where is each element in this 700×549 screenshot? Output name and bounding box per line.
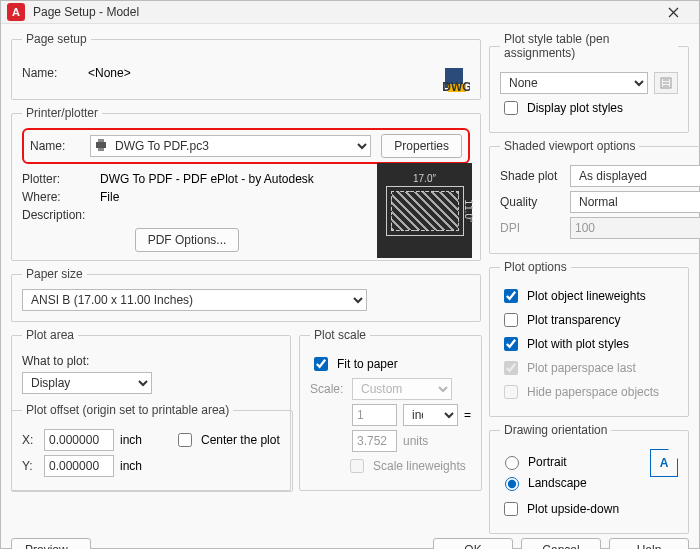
plotter-label: Plotter: xyxy=(22,172,94,186)
page-setup-group: Page setup Name: <None> DWG xyxy=(11,32,481,100)
page-setup-legend: Page setup xyxy=(22,32,91,46)
printer-legend: Printer/plotter xyxy=(22,106,102,120)
dpi-label: DPI xyxy=(500,221,564,235)
scale-label: Scale: xyxy=(310,382,346,396)
shade-plot-select[interactable]: As displayed xyxy=(570,165,700,187)
offset-y-unit: inch xyxy=(120,459,142,473)
printer-name-label: Name: xyxy=(30,139,80,153)
landscape-radio[interactable] xyxy=(505,477,519,491)
paper-size-legend: Paper size xyxy=(22,267,87,281)
printer-name-highlight: Name: DWG To PDF.pc3 Properties xyxy=(22,128,470,164)
plot-styles-label: Plot with plot styles xyxy=(527,337,629,351)
paper-size-group: Paper size ANSI B (17.00 x 11.00 Inches) xyxy=(11,267,481,322)
offset-x-unit: inch xyxy=(120,433,142,447)
close-icon[interactable] xyxy=(653,1,693,23)
plot-paperspace-label: Plot paperspace last xyxy=(527,361,636,375)
preview-button[interactable]: Preview... xyxy=(11,538,91,549)
offset-x-input[interactable] xyxy=(44,429,114,451)
titlebar: A Page Setup - Model xyxy=(1,1,699,24)
dialog-footer: Preview... OK Cancel Help xyxy=(1,538,699,549)
hide-paperspace-checkbox xyxy=(504,385,518,399)
scale-unit-type[interactable]: inches xyxy=(403,404,458,426)
plotter-value: DWG To PDF - PDF ePlot - by Autodesk xyxy=(100,172,314,186)
upside-down-checkbox[interactable] xyxy=(504,502,518,516)
app-icon: A xyxy=(7,3,25,21)
svg-text:DWG: DWG xyxy=(442,80,470,94)
dialog-content: Page setup Name: <None> DWG Printer/plot… xyxy=(1,24,699,538)
printer-group: Printer/plotter Name: DWG To PDF.pc3 Pro… xyxy=(11,106,481,261)
hide-paperspace-label: Hide paperspace objects xyxy=(527,385,659,399)
where-value: File xyxy=(100,190,119,204)
printer-name-select[interactable]: DWG To PDF.pc3 xyxy=(90,135,371,157)
quality-select[interactable]: Normal xyxy=(570,191,700,213)
plot-area-legend: Plot area xyxy=(22,328,78,342)
properties-button[interactable]: Properties xyxy=(381,134,462,158)
scale-lineweights-label: Scale lineweights xyxy=(373,459,466,473)
quality-label: Quality xyxy=(500,195,564,209)
portrait-radio[interactable] xyxy=(505,456,519,470)
paper-size-select[interactable]: ANSI B (17.00 x 11.00 Inches) xyxy=(22,289,367,311)
page-setup-name-label: Name: xyxy=(22,66,82,80)
upside-down-label: Plot upside-down xyxy=(527,502,619,516)
dpi-input xyxy=(570,217,700,239)
plot-style-table-legend: Plot style table (pen assignments) xyxy=(500,32,678,60)
what-to-plot-select[interactable]: Display xyxy=(22,372,152,394)
pdf-options-button[interactable]: PDF Options... xyxy=(135,228,240,252)
scale-unit-value xyxy=(352,404,397,426)
page-setup-name-value: <None> xyxy=(88,66,131,80)
svg-rect-4 xyxy=(98,139,104,142)
plot-lineweights-checkbox[interactable] xyxy=(504,289,518,303)
scale-draw-value xyxy=(352,430,397,452)
offset-y-label: Y: xyxy=(22,459,38,473)
plot-scale-legend: Plot scale xyxy=(310,328,370,342)
dwg-icon: DWG xyxy=(442,66,470,94)
plot-transparency-label: Plot transparency xyxy=(527,313,620,327)
scale-select: Custom xyxy=(352,378,452,400)
plot-transparency-checkbox[interactable] xyxy=(504,313,518,327)
where-label: Where: xyxy=(22,190,94,204)
dialog-window: A Page Setup - Model Page setup Name: <N… xyxy=(0,0,700,549)
plot-offset-legend: Plot offset (origin set to printable are… xyxy=(22,403,233,417)
scale-equals: = xyxy=(464,408,471,422)
cancel-button[interactable]: Cancel xyxy=(521,538,601,549)
landscape-label: Landscape xyxy=(528,476,587,490)
scale-draw-unit: units xyxy=(403,434,428,448)
display-plot-styles-label: Display plot styles xyxy=(527,101,623,115)
plot-offset-group: Plot offset (origin set to printable are… xyxy=(11,403,293,492)
help-button[interactable]: Help xyxy=(609,538,689,549)
window-title: Page Setup - Model xyxy=(33,5,653,19)
offset-x-label: X: xyxy=(22,433,38,447)
printer-icon xyxy=(94,138,108,155)
orientation-legend: Drawing orientation xyxy=(500,423,611,437)
display-plot-styles-checkbox[interactable] xyxy=(504,101,518,115)
plot-options-group: Plot options Plot object lineweights Plo… xyxy=(489,260,689,417)
description-label: Description: xyxy=(22,208,94,222)
fit-to-paper-checkbox[interactable] xyxy=(314,357,328,371)
center-plot-label: Center the plot xyxy=(201,433,280,447)
portrait-label: Portrait xyxy=(528,455,567,469)
preview-width: 17.0″ xyxy=(413,173,436,184)
plot-scale-group: Plot scale Fit to paper Scale: Custom xyxy=(299,328,482,491)
plot-style-table-group: Plot style table (pen assignments) None … xyxy=(489,32,689,133)
center-plot-checkbox[interactable] xyxy=(178,433,192,447)
preview-height: 11.0″ xyxy=(463,199,474,222)
plot-options-legend: Plot options xyxy=(500,260,571,274)
scale-lineweights-checkbox xyxy=(350,459,364,473)
plot-paperspace-checkbox xyxy=(504,361,518,375)
shade-plot-label: Shade plot xyxy=(500,169,564,183)
svg-rect-5 xyxy=(98,148,104,151)
paper-preview: 17.0″ 11.0″ xyxy=(377,163,472,258)
shaded-viewport-legend: Shaded viewport options xyxy=(500,139,639,153)
fit-to-paper-label: Fit to paper xyxy=(337,357,398,371)
orientation-group: Drawing orientation Portrait Landscape A… xyxy=(489,423,689,534)
orientation-icon: A xyxy=(650,449,678,477)
plot-lineweights-label: Plot object lineweights xyxy=(527,289,646,303)
plot-styles-checkbox[interactable] xyxy=(504,337,518,351)
ok-button[interactable]: OK xyxy=(433,538,513,549)
plot-style-edit-button[interactable] xyxy=(654,72,678,94)
svg-rect-3 xyxy=(96,142,106,148)
offset-y-input[interactable] xyxy=(44,455,114,477)
what-to-plot-label: What to plot: xyxy=(22,354,89,368)
shaded-viewport-group: Shaded viewport options Shade plot As di… xyxy=(489,139,700,254)
plot-style-table-select[interactable]: None xyxy=(500,72,648,94)
